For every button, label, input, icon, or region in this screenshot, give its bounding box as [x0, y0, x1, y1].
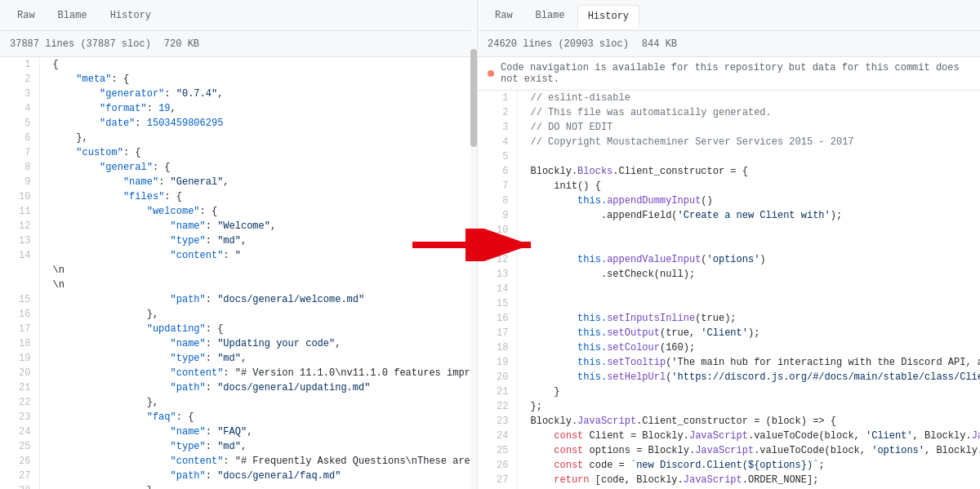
- line-content: // Copyright Moustacheminer Server Servi…: [517, 135, 980, 149]
- table-row: 9 "name": "General",: [0, 175, 477, 189]
- line-content: const Client = Blockly.JavaScript.valueT…: [517, 429, 980, 443]
- notice-text: Code navigation is available for this re…: [501, 62, 970, 85]
- line-content: "date": 1503459806295: [39, 116, 477, 131]
- line-number: 21: [478, 385, 517, 399]
- right-code-table: 1// eslint-disable2// This file was auto…: [478, 91, 980, 489]
- line-number: 19: [0, 351, 39, 366]
- line-content: "format": 19,: [39, 101, 477, 116]
- line-number: 10: [478, 223, 517, 238]
- table-row: 16 this.setInputsInline(true);: [478, 311, 980, 326]
- line-content: },: [39, 395, 477, 410]
- line-number: 16: [0, 307, 39, 322]
- line-number: 28: [0, 483, 39, 489]
- table-row: 27 "path": "docs/general/faq.md": [0, 469, 477, 483]
- line-content: }: [517, 385, 980, 399]
- line-number: 16: [478, 311, 517, 326]
- line-content: "content": "# Frequently Asked Questions…: [39, 454, 477, 469]
- table-row: 14: [478, 282, 980, 296]
- line-number: 20: [478, 370, 517, 385]
- left-tab-raw[interactable]: Raw: [7, 4, 46, 27]
- line-content: "type": "md",: [39, 233, 477, 248]
- right-code-container[interactable]: 1// eslint-disable2// This file was auto…: [478, 91, 980, 489]
- table-row: 13 .setCheck(null);: [478, 267, 980, 282]
- line-number: 18: [0, 336, 39, 351]
- line-number: 17: [0, 322, 39, 336]
- table-row: 4 "format": 19,: [0, 101, 477, 116]
- right-file-size: 844 KB: [642, 38, 677, 50]
- table-row: 25 const options = Blockly.JavaScript.va…: [478, 443, 980, 458]
- table-row: 5 "date": 1503459806295: [0, 116, 477, 131]
- line-content: "name": "FAQ",: [39, 425, 477, 439]
- line-number: 22: [0, 395, 39, 410]
- right-tab-blame[interactable]: Blame: [525, 4, 576, 27]
- table-row: 21 }: [478, 385, 980, 399]
- right-tab-history[interactable]: History: [577, 5, 639, 28]
- line-number: 10: [0, 189, 39, 204]
- table-row: 24 const Client = Blockly.JavaScript.val…: [478, 429, 980, 443]
- line-content: "general": {: [39, 160, 477, 175]
- line-content: "custom": {: [39, 145, 477, 160]
- line-content: "faq": {: [39, 410, 477, 425]
- line-number: 22: [478, 399, 517, 414]
- line-content: this.setTooltip('The main hub for intera…: [517, 355, 980, 370]
- line-number: 14: [0, 248, 39, 292]
- table-row: 17 "updating": {: [0, 322, 477, 336]
- line-number: 9: [478, 208, 517, 223]
- left-tab-history[interactable]: History: [100, 4, 162, 27]
- table-row: 22 },: [0, 395, 477, 410]
- line-number: 7: [0, 145, 39, 160]
- table-row: 10: [478, 223, 980, 238]
- line-content: [517, 223, 980, 238]
- line-content: this.setColour(160);: [517, 340, 980, 355]
- table-row: 20 "content": "# Version 11.1.0\nv11.1.0…: [0, 366, 477, 380]
- left-code-container[interactable]: 1{2 "meta": {3 "generator": "0.7.4",4 "f…: [0, 57, 477, 489]
- line-content: const code = `new Discord.Client(${optio…: [517, 458, 980, 473]
- table-row: 10 "files": {: [0, 189, 477, 204]
- table-row: 2 "meta": {: [0, 72, 477, 87]
- line-number: 5: [0, 116, 39, 131]
- line-number: 5: [478, 149, 517, 164]
- left-tab-blame[interactable]: Blame: [47, 4, 98, 27]
- right-file-info: 24620 lines (20903 sloc) 844 KB: [478, 31, 980, 57]
- line-number: 26: [478, 458, 517, 473]
- left-pane: Raw Blame History 37887 lines (37887 slo…: [0, 0, 478, 489]
- table-row: 1{: [0, 57, 477, 72]
- line-number: 13: [478, 267, 517, 282]
- line-number: 3: [478, 120, 517, 135]
- line-content: "meta": {: [39, 72, 477, 87]
- line-content: "path": "docs/general/updating.md": [39, 380, 477, 395]
- line-content: const options = Blockly.JavaScript.value…: [517, 443, 980, 458]
- line-number: 2: [0, 72, 39, 87]
- left-scrollbar[interactable]: [470, 0, 477, 489]
- right-line-count: 24620 lines (20903 sloc): [488, 38, 629, 50]
- line-number: 27: [0, 469, 39, 483]
- line-number: 1: [0, 57, 39, 72]
- line-number: 7: [478, 179, 517, 193]
- line-number: 3: [0, 87, 39, 101]
- table-row: 13 "type": "md",: [0, 233, 477, 248]
- notice-dot-icon: [488, 70, 494, 77]
- right-tab-raw[interactable]: Raw: [484, 4, 523, 27]
- line-number: 25: [0, 439, 39, 454]
- line-content: "name": "General",: [39, 175, 477, 189]
- table-row: 7 init() {: [478, 179, 980, 193]
- table-row: 24 "name": "FAQ",: [0, 425, 477, 439]
- line-content: };: [517, 399, 980, 414]
- line-number: 4: [478, 135, 517, 149]
- line-content: },: [39, 307, 477, 322]
- table-row: 15: [478, 296, 980, 311]
- table-row: 9 .appendField('Create a new Client with…: [478, 208, 980, 223]
- table-row: 3// DO NOT EDIT: [478, 120, 980, 135]
- table-row: 12 "name": "Welcome",: [0, 219, 477, 233]
- line-content: "files": {: [39, 189, 477, 204]
- left-tab-bar: Raw Blame History: [0, 0, 477, 31]
- line-number: 24: [0, 425, 39, 439]
- line-number: 24: [478, 429, 517, 443]
- table-row: 7 "custom": {: [0, 145, 477, 160]
- table-row: 19 this.setTooltip('The main hub for int…: [478, 355, 980, 370]
- line-number: 6: [478, 164, 517, 179]
- line-content: "updating": {: [39, 322, 477, 336]
- table-row: 23Blockly.JavaScript.Client_constructor …: [478, 414, 980, 429]
- right-tab-bar: Raw Blame History: [478, 0, 980, 31]
- line-content: [517, 282, 980, 296]
